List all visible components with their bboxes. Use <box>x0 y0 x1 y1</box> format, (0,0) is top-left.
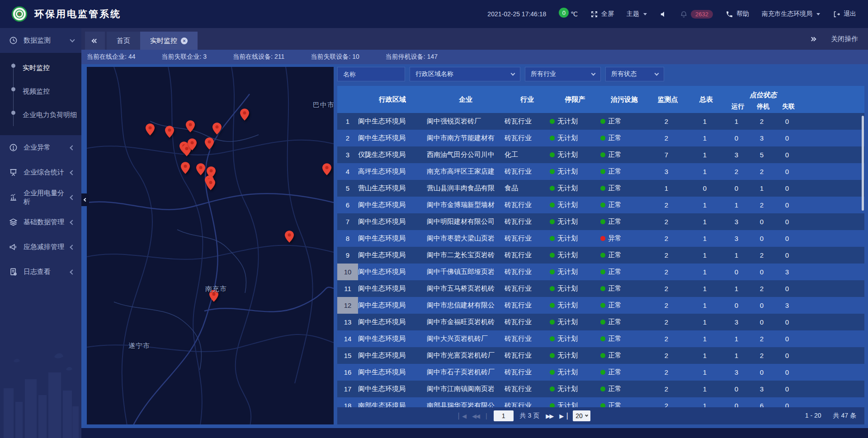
page-size-select[interactable]: 20 <box>573 410 590 421</box>
help-button[interactable]: 帮助 <box>726 10 749 18</box>
cell-facility: 正常 <box>600 284 648 293</box>
sidebar-item-base-data-management[interactable]: 基础数据管理 <box>0 210 81 235</box>
table-row[interactable]: 10阆中生态环境局阆中千佛镇五郎垭页岩砖瓦行业无计划正常21003 <box>337 264 864 280</box>
status-filter-select[interactable]: 所有状态 <box>605 67 664 81</box>
map-pin-icon[interactable] <box>186 120 195 132</box>
sidebar-item-video-monitoring[interactable]: 视频监控 <box>0 82 81 105</box>
table-row[interactable]: 9阆中生态环境局阆中市二龙长宝页岩砖砖瓦行业无计划正常21120 <box>337 247 864 264</box>
col-monitor: 监测点 <box>648 95 687 104</box>
cell-region-text: 阆中生态环境局 <box>358 368 406 376</box>
cell-monitor-text: 2 <box>665 285 668 292</box>
table-row[interactable]: 14阆中生态环境局阆中大兴页岩机砖厂砖瓦行业无计划正常21120 <box>337 330 864 347</box>
cell-industry: 化工 <box>505 151 550 159</box>
table-row[interactable]: 2阆中生态环境局阆中市南方节能建材有砖瓦行业无计划正常21030 <box>337 130 864 146</box>
map-pin-icon[interactable] <box>188 138 197 151</box>
sidebar-collapse-button[interactable] <box>81 193 89 206</box>
tab-realtime-monitoring[interactable]: 实时监控 × <box>140 32 198 50</box>
org-dropdown[interactable]: 南充市生态环境局 <box>762 10 820 18</box>
cell-monitor: 2 <box>648 368 687 376</box>
table-row[interactable]: 1阆中生态环境局阆中强锐页岩砖厂砖瓦行业无计划正常21120 <box>337 113 864 130</box>
map-pin-icon[interactable] <box>206 178 215 190</box>
cell-total: 1 <box>687 385 725 393</box>
cell-total: 1 <box>687 151 725 159</box>
cell-limit: 无计划 <box>550 184 600 193</box>
row-index-text: 18 <box>344 402 352 407</box>
logout-button[interactable]: 退出 <box>833 10 856 18</box>
cell-facility: 正常 <box>600 117 648 126</box>
table-row[interactable]: 3仪陇生态环境局西南油气田分公司川中化工无计划正常71350 <box>337 146 864 163</box>
cell-run: 2 <box>725 168 750 175</box>
map-pin-icon[interactable] <box>196 163 205 175</box>
fullscreen-button[interactable]: 全屏 <box>590 10 614 18</box>
sidebar-item-log-view[interactable]: 日志查看 <box>0 259 81 284</box>
map-pin-icon[interactable] <box>205 137 214 150</box>
map-pin-icon[interactable] <box>322 163 331 175</box>
cell-facility-text: 正常 <box>608 217 622 226</box>
close-operations-button[interactable]: 关闭操作 <box>831 35 858 43</box>
map-panel[interactable]: 巴中市南充市遂宁市 <box>87 67 334 424</box>
tab-close-icon[interactable]: × <box>181 38 188 44</box>
cell-industry-text: 砖瓦行业 <box>505 318 532 325</box>
table-row[interactable]: 13阆中生态环境局阆中市金福旺页岩机砖砖瓦行业无计划正常21300 <box>337 314 864 330</box>
cell-facility-text: 正常 <box>608 401 622 407</box>
gauge-clock-icon <box>9 36 18 45</box>
table-row[interactable]: 18南部生态环境局南部县瑞华页岩有限公砖瓦行业无计划正常21060 <box>337 397 864 407</box>
tab-operations: 关闭操作 <box>810 28 868 50</box>
name-filter[interactable] <box>337 67 405 81</box>
tabs-scroll-left-button[interactable] <box>85 32 105 50</box>
cell-company-text: 西南油气田分公司川中 <box>427 151 495 158</box>
region-filter-select[interactable]: 行政区域名称 <box>410 67 520 81</box>
double-chevron-right-icon[interactable] <box>810 38 816 41</box>
sidebar-item-emergency-reduction[interactable]: 应急减排管理 <box>0 235 81 259</box>
name-filter-input[interactable] <box>343 71 399 78</box>
sidebar-item-enterprise-abnormal[interactable]: 企业异常 <box>0 135 81 160</box>
map-pin-icon[interactable] <box>240 108 249 121</box>
cell-facility-text: 正常 <box>608 184 622 193</box>
table-row[interactable]: 8阆中生态环境局阆中市枣碧大梁山页岩砖瓦行业无计划异常21300 <box>337 230 864 247</box>
cell-stop: 2 <box>750 335 776 343</box>
last-page-button[interactable]: ▶▕ <box>559 413 566 419</box>
table-row[interactable]: 17阆中生态环境局阆中市江南镇阆南页岩砖瓦行业无计划正常21030 <box>337 381 864 397</box>
prev-page-button[interactable]: ◀◀ <box>472 413 479 419</box>
next-page-button[interactable]: ▶▶ <box>546 413 553 419</box>
table-row[interactable]: 12阆中生态环境局阆中市忠信建材有限公砖瓦行业无计划正常21003 <box>337 297 864 314</box>
chevron-left-icon <box>70 269 75 274</box>
cell-industry-text: 砖瓦行业 <box>505 351 532 359</box>
cell-monitor-text: 2 <box>665 201 668 209</box>
status-dot-icon <box>600 353 605 358</box>
map-pin-icon[interactable] <box>146 123 155 136</box>
map-pin-icon[interactable] <box>212 122 222 135</box>
table-row[interactable]: 6阆中生态环境局阆中市金博瑞新型墙材砖瓦行业无计划正常21120 <box>337 197 864 213</box>
table-scrollbar[interactable] <box>862 116 864 211</box>
sidebar-item-power-usage-analysis[interactable]: 企业用电量分析 <box>0 185 81 210</box>
map-pin-icon[interactable] <box>285 231 294 243</box>
cell-industry: 砖瓦行业 <box>505 385 550 393</box>
theme-dropdown[interactable]: 主题 <box>627 10 647 18</box>
page-number-input[interactable] <box>494 410 514 421</box>
col-run: 运行 <box>725 103 750 111</box>
tab-home[interactable]: 首页 <box>107 32 140 50</box>
sidebar-item-enterprise-statistics[interactable]: 企业综合统计 <box>0 160 81 185</box>
table-row[interactable]: 11阆中生态环境局阆中市五马桥页岩机砖砖瓦行业无计划正常21120 <box>337 280 864 297</box>
first-page-button[interactable]: ▏◀ <box>458 413 466 419</box>
range-label: 1 - 20 <box>805 412 821 420</box>
speaker-icon <box>660 10 667 18</box>
table-row[interactable]: 5营山生态环境局营山县润丰肉食品有限食品无计划正常10010 <box>337 180 864 197</box>
map-pin-icon[interactable] <box>165 126 174 138</box>
cell-run: 3 <box>725 151 750 159</box>
cell-limit-text: 无计划 <box>557 117 578 126</box>
sidebar-item-power-load-detail[interactable]: 企业电力负荷明细 <box>0 105 81 129</box>
sidebar-item-data-monitoring[interactable]: 数据监测 <box>0 28 81 53</box>
industry-filter-select[interactable]: 所有行业 <box>525 67 601 81</box>
map-pin-icon[interactable] <box>181 162 190 174</box>
cell-region-text: 阆中生态环境局 <box>358 351 406 359</box>
cell-company-text: 阆中市南方节能建材有 <box>427 134 495 141</box>
cell-limit-text: 无计划 <box>557 217 578 226</box>
table-row[interactable]: 4高坪生态环境局南充市高坪区王家店建砖瓦行业无计划正常31220 <box>337 163 864 180</box>
sidebar-item-realtime-monitoring[interactable]: 实时监控 <box>0 58 81 82</box>
table-row[interactable]: 7阆中生态环境局阆中明阳建材有限公司砖瓦行业无计划正常21300 <box>337 213 864 230</box>
notifications[interactable]: 2632 <box>680 10 713 19</box>
table-row[interactable]: 16阆中生态环境局阆中市石子页岩机砖厂砖瓦行业无计划正常21300 <box>337 364 864 381</box>
sound-toggle[interactable] <box>660 10 667 18</box>
table-row[interactable]: 15阆中生态环境局阆中市光富页岩机砖厂砖瓦行业无计划正常21120 <box>337 347 864 364</box>
